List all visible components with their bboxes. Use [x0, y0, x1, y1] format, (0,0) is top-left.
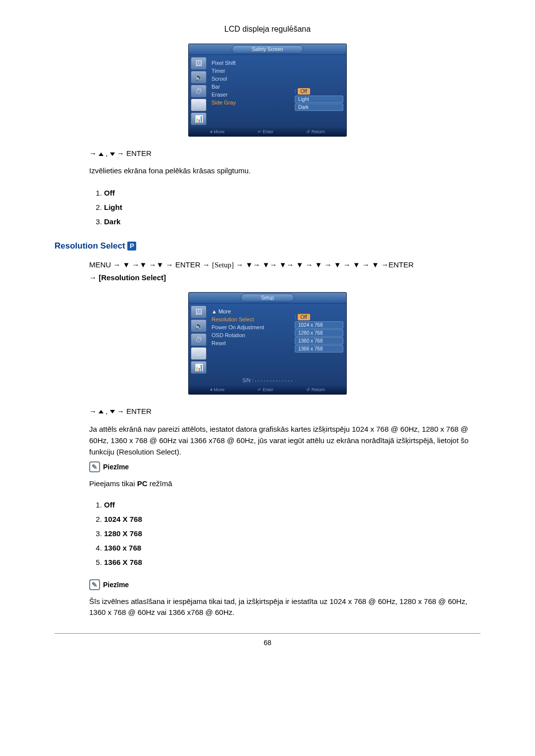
osd-hint-move: ♦ Move	[210, 129, 224, 134]
osd-bottom-bar: ♦ Move ↵ Enter ↺ Return	[189, 127, 346, 136]
note-text-2: Šīs izvēlnes atlasīšana ir iespējama tik…	[89, 596, 481, 618]
osd-sidebar: 🖼 🔈 ⏱ ⚙ 📊	[189, 55, 209, 127]
osd-value: 1366 x 768	[295, 345, 343, 353]
section-heading: Resolution Select P	[54, 241, 481, 251]
list-item: Off	[104, 186, 481, 200]
setup-icon: ⚙	[191, 347, 207, 360]
list-item: 1280 X 768	[104, 526, 481, 541]
nav-sequence-2: MENU → ▼ →▼ →▼ → ENTER → [Setup] → ▼→ ▼→…	[89, 258, 481, 284]
list-item: Light	[104, 200, 481, 214]
osd-serial-number: S/N : - - - - - - - - - - - - -	[189, 376, 346, 385]
osd-title: Setup	[241, 294, 294, 302]
osd-safety-screen: Safety Screen 🖼 🔈 ⏱ ⚙ 📊 Pixel Shift Time…	[188, 44, 347, 137]
osd-menu-list: ▲ More Resolution Select Power On Adjust…	[209, 303, 292, 376]
osd-item: Eraser	[212, 91, 289, 99]
osd-setup: Setup 🖼 🔈 ⏱ ⚙ 📊 ▲ More Resolution Select…	[188, 292, 347, 395]
description-text-2: Ja attēls ekrānā nav pareizi attēlots, i…	[89, 423, 481, 458]
osd-value: 1280 x 768	[295, 329, 343, 337]
osd-hint-enter: ↵ Enter	[258, 129, 273, 134]
osd-value: Light	[295, 96, 343, 103]
note-label: Piezīme	[103, 581, 129, 589]
osd-hint-return: ↺ Return	[306, 387, 325, 392]
list-item: Off	[104, 498, 481, 512]
osd-hint-enter: ↵ Enter	[258, 387, 273, 392]
pc-mode-icon: P	[127, 242, 136, 251]
osd-item-selected: Resolution Select	[212, 315, 289, 323]
note-icon: ✎	[89, 579, 100, 590]
page-header: LCD displeja regulēšana	[54, 25, 481, 34]
osd-more: ▲ More	[212, 307, 289, 315]
osd-item: OSD Rotation	[212, 331, 289, 339]
nav-sequence-3: → , → ENTER	[89, 407, 481, 415]
osd-bottom-bar: ♦ Move ↵ Enter ↺ Return	[189, 385, 346, 394]
osd-hint-return: ↺ Return	[306, 129, 325, 134]
page-number: 68	[54, 639, 481, 647]
timer-icon: ⏱	[191, 333, 207, 346]
osd-sidebar: 🖼 🔈 ⏱ ⚙ 📊	[189, 303, 209, 376]
osd-item: Reset	[212, 339, 289, 347]
osd-hint-move: ♦ Move	[210, 387, 224, 392]
osd-titlebar: Setup	[189, 293, 346, 303]
down-arrow-icon	[110, 152, 115, 156]
note-heading-2: ✎ Piezīme	[89, 579, 481, 590]
osd-item: Bar	[212, 83, 289, 91]
list-item: 1360 x 768	[104, 541, 481, 555]
up-arrow-icon	[99, 410, 104, 413]
osd-value-selected: Off	[298, 314, 310, 320]
osd-title: Safety Screen	[232, 45, 304, 53]
nav-sequence: → , → ENTER	[89, 149, 481, 157]
list-item: 1366 X 768	[104, 555, 481, 569]
picture-icon: 🖼	[191, 305, 207, 318]
osd-values: : Off 1024 x 768 1280 x 768 1360 x 768 1…	[292, 303, 346, 376]
down-arrow-icon	[110, 410, 115, 413]
divider	[54, 633, 481, 634]
sound-icon: 🔈	[191, 71, 207, 84]
sound-icon: 🔈	[191, 319, 207, 332]
osd-value: 1360 x 768	[295, 337, 343, 345]
note-icon: ✎	[89, 461, 100, 472]
note-label: Piezīme	[103, 463, 129, 471]
list-item: Dark	[104, 214, 481, 229]
osd-value: 1024 x 768	[295, 321, 343, 329]
setup-icon: ⚙	[191, 99, 207, 111]
osd-menu-list: Pixel Shift Timer Scrool Bar Eraser Side…	[209, 55, 292, 127]
osd-item: Scrool	[212, 75, 289, 83]
osd-titlebar: Safety Screen	[189, 44, 346, 55]
description-text: Izvēlieties ekrāna fona pelēkās krāsas s…	[89, 165, 481, 177]
osd-item: Power On Adjustment	[212, 323, 289, 331]
note-text: Pieejams tikai PC režīmā	[89, 478, 481, 490]
options-list-2: Off 1024 X 768 1280 X 768 1360 x 768 136…	[89, 498, 481, 569]
note-heading: ✎ Piezīme	[89, 461, 481, 472]
osd-item: Pixel Shift	[212, 59, 289, 67]
timer-icon: ⏱	[191, 85, 207, 98]
osd-values: : Off Light Dark	[292, 55, 346, 127]
up-arrow-icon	[99, 152, 104, 156]
multi-icon: 📊	[191, 361, 207, 374]
osd-value: Dark	[295, 103, 343, 111]
osd-item-selected: Side Gray	[212, 99, 289, 106]
multi-icon: 📊	[191, 112, 207, 125]
options-list-1: Off Light Dark	[89, 186, 481, 229]
osd-item: Timer	[212, 67, 289, 75]
list-item: 1024 X 768	[104, 512, 481, 526]
osd-value-selected: Off	[298, 88, 310, 95]
picture-icon: 🖼	[191, 57, 207, 70]
